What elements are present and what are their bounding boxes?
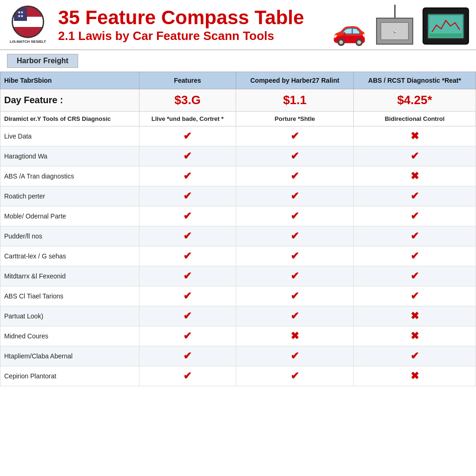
check-col2: ✔ (236, 286, 354, 306)
cross-icon: ✖ (410, 173, 419, 181)
subtitle-col1: Diramict er.Y Tools of CRS Diagnosic (0, 112, 139, 126)
cross-icon: ✖ (291, 333, 299, 341)
table-row: Mitdtarrx &l Fexeonid✔✔✔ (0, 266, 476, 286)
check-col3: ✔ (353, 266, 476, 286)
check-col1: ✔ (139, 226, 236, 246)
check-col3: ✖ (353, 166, 476, 186)
col-header-4: ABS / RCST Diagnostic *Reat* (353, 72, 476, 89)
table-row: ABS Cl Tiael Tarions✔✔✔ (0, 286, 476, 306)
feature-name: Roatich perter (0, 186, 139, 206)
check-icon: ✔ (291, 253, 299, 261)
table-row: Partuat Look)✔✔✖ (0, 306, 476, 326)
col-header-2: Features (139, 72, 236, 89)
table-row: Carttrat-lex / G sehas✔✔✔ (0, 246, 476, 266)
check-col2: ✔ (236, 226, 354, 246)
check-icon: ✔ (183, 173, 192, 181)
check-icon: ✔ (183, 233, 192, 241)
feature-name: Htapliem/Claba Abernal (0, 346, 139, 366)
check-col2: ✔ (236, 166, 354, 186)
cross-icon: ✖ (410, 373, 419, 381)
check-icon: ✔ (410, 253, 419, 261)
check-icon: ✔ (291, 373, 299, 381)
check-icon: ✔ (183, 273, 192, 281)
check-col2: ✔ (236, 266, 354, 286)
check-col3: ✔ (353, 226, 476, 246)
table-row: Haragtiond Wa✔✔✔ (0, 146, 476, 166)
check-col2: ✔ (236, 366, 354, 386)
check-icon: ✔ (291, 313, 299, 321)
table-row: Live Data✔✔✖ (0, 126, 476, 146)
subtitle-col3: Porture *Shtle (236, 112, 354, 126)
check-col2: ✔ (236, 126, 354, 146)
feature-name: Partuat Look) (0, 306, 139, 326)
subtitle-row: Diramict er.Y Tools of CRS Diagnosic Lli… (0, 112, 476, 126)
feature-name: Carttrat-lex / G sehas (0, 246, 139, 266)
check-col1: ✔ (139, 266, 236, 286)
table-row: Roatich perter✔✔✔ (0, 186, 476, 206)
check-col2: ✔ (236, 206, 354, 226)
check-icon: ✔ (291, 193, 299, 201)
feature-name: Pudder/ll nos (0, 226, 139, 246)
car-icon: 🚗 (332, 17, 367, 45)
feature-name: ABS /A Tran diagnostics (0, 166, 139, 186)
check-icon: ✔ (183, 133, 192, 141)
check-icon: ✔ (183, 293, 192, 301)
feature-name: Midned Coures (0, 326, 139, 346)
table-row: Htapliem/Claba Abernal✔✔✔ (0, 346, 476, 366)
price-3: $4.25* (353, 89, 476, 112)
check-col2: ✔ (236, 346, 354, 366)
price-1: $3.G (139, 89, 236, 112)
comparison-table: Hibe TabrSbion Features Compeed by Harbe… (0, 72, 476, 386)
check-icon: ✔ (183, 313, 192, 321)
main-title-black: 35 Feature (58, 7, 161, 28)
price-2: $1.1 (236, 89, 354, 112)
check-icon: ✔ (183, 333, 192, 341)
flag-logo: ★★★ ★★★★ (12, 6, 44, 38)
check-col2: ✔ (236, 306, 354, 326)
check-col1: ✔ (139, 326, 236, 346)
check-icon: ✔ (410, 353, 419, 361)
check-icon: ✔ (291, 353, 299, 361)
check-col3: ✔ (353, 286, 476, 306)
check-icon: ✔ (291, 213, 299, 221)
check-col1: ✔ (139, 186, 236, 206)
sub-title: 2.1 Lawis by Car Feature Scann Tools (58, 29, 332, 43)
subtitle-col2: Llive *und bade, Cortret * (139, 112, 236, 126)
check-icon: ✔ (410, 153, 419, 161)
product-images: 🚗 📡 (332, 5, 469, 45)
table-row: Moble/ Odernal Parte✔✔✔ (0, 206, 476, 226)
check-icon: ✔ (183, 373, 192, 381)
check-col3: ✖ (353, 366, 476, 386)
check-icon: ✔ (410, 273, 419, 281)
check-col3: ✔ (353, 146, 476, 166)
check-icon: ✔ (291, 273, 299, 281)
svg-rect-1 (430, 33, 462, 37)
check-col1: ✔ (139, 286, 236, 306)
col-header-1: Hibe TabrSbion (0, 72, 139, 89)
col-header-3: Compeed by Harber27 Ralint (236, 72, 354, 89)
subtitle-col4: Bidirectional Control (353, 112, 476, 126)
check-col1: ✔ (139, 306, 236, 326)
table-header-row: Hibe TabrSbion Features Compeed by Harbe… (0, 72, 476, 89)
check-col2: ✔ (236, 146, 354, 166)
check-col1: ✔ (139, 146, 236, 166)
check-col3: ✔ (353, 246, 476, 266)
header: ★★★ ★★★★ LIS.MATCH SESIELT 35 Feature Co… (0, 0, 476, 50)
check-col3: ✖ (353, 326, 476, 346)
feature-name: Live Data (0, 126, 139, 146)
feature-name: Cepirion Plantorat (0, 366, 139, 386)
check-icon: ✔ (291, 173, 299, 181)
check-col3: ✖ (353, 306, 476, 326)
check-icon: ✔ (410, 233, 419, 241)
check-icon: ✔ (410, 193, 419, 201)
check-col3: ✔ (353, 186, 476, 206)
check-icon: ✔ (410, 293, 419, 301)
check-col3: ✔ (353, 206, 476, 226)
table-row: Pudder/ll nos✔✔✔ (0, 226, 476, 246)
price-row: Day Feature : $3.G $1.1 $4.25* (0, 89, 476, 112)
check-icon: ✔ (410, 213, 419, 221)
feature-name: ABS Cl Tiael Tarions (0, 286, 139, 306)
check-icon: ✔ (183, 353, 192, 361)
logo-text: LIS.MATCH SESIELT (10, 40, 46, 44)
check-col3: ✔ (353, 346, 476, 366)
